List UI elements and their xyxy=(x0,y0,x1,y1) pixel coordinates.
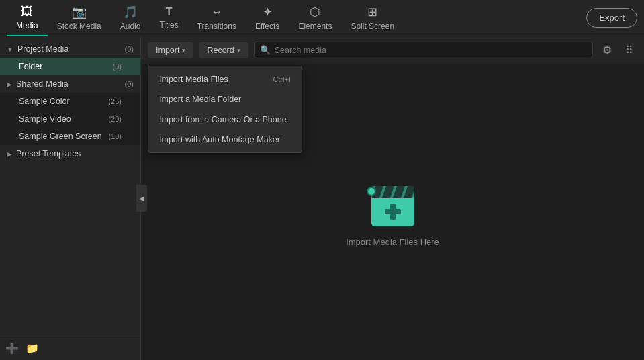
filter-button[interactable]: ⚙ xyxy=(598,42,616,58)
sidebar-label-sample-video: Sample Video xyxy=(19,114,108,124)
search-icon: 🔍 xyxy=(260,45,271,55)
sidebar-item-sample-green-screen[interactable]: Sample Green Screen (10) xyxy=(0,128,140,145)
new-folder-button[interactable]: ➕ xyxy=(5,342,19,355)
sidebar-item-folder[interactable]: Folder (0) xyxy=(0,58,140,75)
arrow-icon-preset: ▶ xyxy=(7,150,12,158)
nav-label-effects: Effects xyxy=(255,21,279,31)
split-screen-icon: ⊞ xyxy=(367,5,377,19)
dropdown-shortcut-import-files: Ctrl+I xyxy=(273,75,291,83)
sidebar-label-sample-green-screen: Sample Green Screen xyxy=(19,132,108,141)
sidebar-label-folder: Folder xyxy=(19,62,113,71)
nav-label-titles: Titles xyxy=(159,20,178,30)
nav-label-split-screen: Split Screen xyxy=(351,21,394,31)
export-button[interactable]: Export xyxy=(586,8,637,28)
search-bar: 🔍 xyxy=(254,42,593,58)
sidebar-label-project-media: Project Media xyxy=(17,44,125,54)
effects-icon: ✦ xyxy=(263,5,273,19)
nav-label-stock-media: Stock Media xyxy=(57,21,101,31)
sidebar-label-shared-media: Shared Media xyxy=(16,79,125,89)
dropdown-menu: Import Media Files Ctrl+I Import a Media… xyxy=(148,66,302,153)
transitions-icon: ↔ xyxy=(211,5,223,19)
sidebar-count-shared-media: (0) xyxy=(125,80,134,88)
arrow-icon-shared: ▶ xyxy=(7,81,12,88)
arrow-icon: ▼ xyxy=(7,46,13,53)
sidebar-label-sample-color: Sample Color xyxy=(19,97,108,106)
grid-view-button[interactable]: ⠿ xyxy=(621,42,637,58)
nav-item-audio[interactable]: 🎵 Audio xyxy=(111,0,150,36)
sidebar-item-project-media[interactable]: ▼ Project Media (0) xyxy=(0,40,140,58)
titles-icon: T xyxy=(166,6,173,18)
dropdown-import-camera[interactable]: Import from a Camera Or a Phone xyxy=(148,109,302,130)
media-icon: 🖼 xyxy=(21,5,33,19)
search-input[interactable] xyxy=(275,46,587,55)
dropdown-label-import-camera: Import from a Camera Or a Phone xyxy=(159,115,287,124)
nav-item-elements[interactable]: ⬡ Elements xyxy=(289,0,341,36)
nav-label-audio: Audio xyxy=(120,21,141,31)
sidebar-count-sample-video: (20) xyxy=(108,115,122,123)
sidebar-item-sample-video[interactable]: Sample Video (20) xyxy=(0,110,140,128)
record-chevron-icon: ▾ xyxy=(237,47,240,54)
dropdown-import-folder[interactable]: Import a Media Folder xyxy=(148,89,302,109)
sidebar-label-preset-templates: Preset Templates xyxy=(16,149,134,159)
nav-item-stock-media[interactable]: 📷 Stock Media xyxy=(48,0,111,36)
svg-point-8 xyxy=(367,187,375,195)
sidebar-count-sample-color: (25) xyxy=(108,97,122,105)
toolbar: Import ▾ Record ▾ 🔍 ⚙ ⠿ xyxy=(141,36,644,64)
dropdown-overlay: Import Media Files Ctrl+I Import a Media… xyxy=(148,66,302,153)
nav-item-effects[interactable]: ✦ Effects xyxy=(246,0,289,36)
import-chevron-icon: ▾ xyxy=(182,47,185,54)
audio-icon: 🎵 xyxy=(123,5,138,19)
elements-icon: ⬡ xyxy=(310,5,320,19)
dropdown-label-import-montage: Import with Auto Montage Maker xyxy=(159,135,280,144)
nav-label-transitions: Transitions xyxy=(197,21,236,31)
clapperboard-icon xyxy=(366,178,420,226)
open-folder-button[interactable]: 📁 xyxy=(26,342,39,355)
placeholder-text: Import Media Files Here xyxy=(346,237,439,247)
nav-item-titles[interactable]: T Titles xyxy=(150,0,187,36)
svg-rect-2 xyxy=(385,209,401,214)
main-layout: ▼ Project Media (0) Folder (0) ▶ Shared … xyxy=(0,36,644,360)
sidebar-count-project-media: (0) xyxy=(125,45,134,53)
nav-label-media: Media xyxy=(16,21,38,30)
import-label: Import xyxy=(156,46,179,55)
dropdown-label-import-folder: Import a Media Folder xyxy=(159,95,241,104)
top-nav: 🖼 Media 📷 Stock Media 🎵 Audio T Titles ↔… xyxy=(0,0,644,36)
import-button[interactable]: Import ▾ xyxy=(148,42,193,58)
collapse-handle[interactable]: ◀ xyxy=(136,185,147,212)
sidebar-item-sample-color[interactable]: Sample Color (25) xyxy=(0,93,140,110)
sidebar-bottom: ➕ 📁 xyxy=(0,336,140,360)
stock-media-icon: 📷 xyxy=(72,5,87,19)
nav-item-transitions[interactable]: ↔ Transitions xyxy=(188,0,246,36)
dropdown-import-montage[interactable]: Import with Auto Montage Maker xyxy=(148,130,302,150)
nav-item-media[interactable]: 🖼 Media xyxy=(7,0,48,36)
dropdown-import-files[interactable]: Import Media Files Ctrl+I xyxy=(148,69,302,89)
record-button[interactable]: Record ▾ xyxy=(199,42,248,58)
sidebar-count-folder: (0) xyxy=(113,62,122,71)
dropdown-label-import-files: Import Media Files xyxy=(159,75,228,84)
sidebar-count-sample-green-screen: (10) xyxy=(108,132,122,140)
record-label: Record xyxy=(207,46,234,55)
sidebar: ▼ Project Media (0) Folder (0) ▶ Shared … xyxy=(0,36,141,360)
sidebar-item-preset-templates[interactable]: ▶ Preset Templates xyxy=(0,145,140,163)
nav-label-elements: Elements xyxy=(298,21,332,31)
sidebar-item-shared-media[interactable]: ▶ Shared Media (0) xyxy=(0,75,140,93)
content-area: Import ▾ Record ▾ 🔍 ⚙ ⠿ Import Media Fil… xyxy=(141,36,644,360)
nav-item-split-screen[interactable]: ⊞ Split Screen xyxy=(341,0,404,36)
